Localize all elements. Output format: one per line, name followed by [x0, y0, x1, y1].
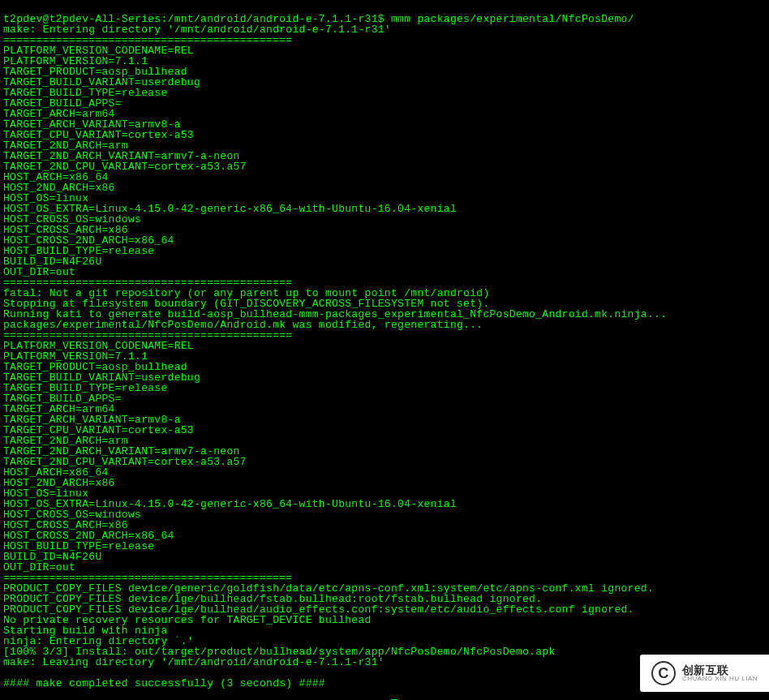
terminal-line: TARGET_2ND_CPU_VARIANT=cortex-a53.a57	[3, 161, 766, 172]
terminal-line: HOST_BUILD_TYPE=release	[3, 541, 766, 552]
terminal-line: TARGET_BUILD_APPS=	[3, 98, 766, 109]
terminal-line: HOST_2ND_ARCH=x86	[3, 183, 766, 193]
terminal-line: BUILD_ID=N4F26U	[3, 552, 766, 562]
terminal-line: HOST_BUILD_TYPE=release	[3, 246, 766, 256]
watermark-text: 创新互联 CHUANG XIN HU LIAN	[682, 664, 758, 682]
watermark-badge: C 创新互联 CHUANG XIN HU LIAN	[640, 655, 769, 692]
terminal-line: HOST_ARCH=x86_64	[3, 467, 766, 478]
terminal-line: TARGET_2ND_CPU_VARIANT=cortex-a53.a57	[3, 457, 766, 467]
watermark-logo-letter: C	[658, 666, 668, 681]
terminal-line: TARGET_BUILD_APPS=	[3, 393, 766, 404]
watermark-logo-icon: C	[651, 661, 676, 685]
watermark-chinese: 创新互联	[682, 664, 758, 676]
terminal-output[interactable]: t2pdev@t2pdev-All-Series:/mnt/android/an…	[3, 3, 766, 700]
terminal-line: BUILD_ID=N4F26U	[3, 256, 766, 267]
terminal-line: HOST_ARCH=x86_64	[3, 172, 766, 183]
terminal-line: HOST_2ND_ARCH=x86	[3, 478, 766, 488]
watermark-pinyin: CHUANG XIN HU LIAN	[682, 676, 758, 682]
command-text: mmm packages/experimental/NfcPosDemo/	[391, 13, 634, 25]
